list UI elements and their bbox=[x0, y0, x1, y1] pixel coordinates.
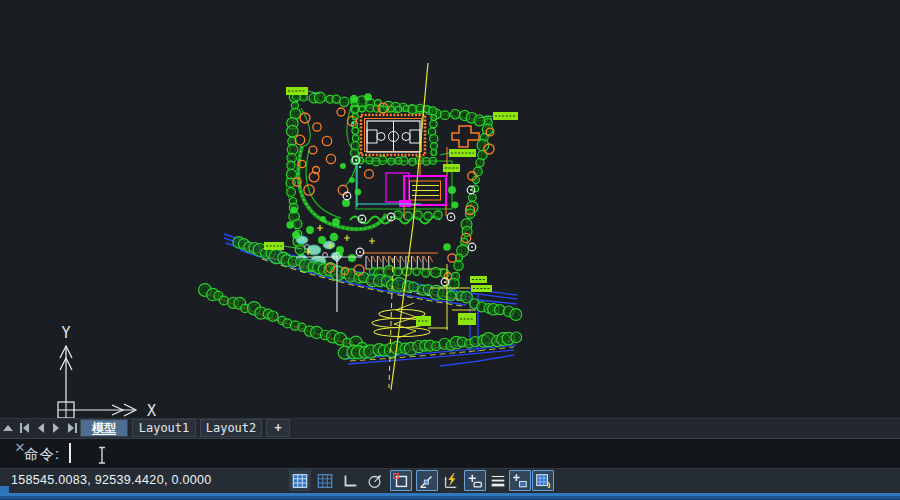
text-caret bbox=[69, 443, 71, 463]
cad-application-window: YX 模型 Layout1 Layout2 + ✕ 命令: 158545.008… bbox=[0, 0, 900, 500]
tab-last-icon[interactable] bbox=[65, 420, 79, 436]
ibeam-cursor-icon bbox=[97, 446, 107, 465]
coordinates-readout[interactable]: 158545.0083, 92539.4420, 0.0000 bbox=[11, 473, 211, 487]
window-bottom-edge bbox=[0, 493, 900, 500]
tab-next-icon[interactable] bbox=[49, 420, 63, 436]
polar-tracking-toggle-icon[interactable] bbox=[364, 470, 386, 491]
lineweight-toggle-icon[interactable] bbox=[487, 470, 509, 491]
ucs-x-label: X bbox=[147, 402, 156, 418]
ucs-y-label: Y bbox=[61, 324, 70, 342]
ucs-icon: YX bbox=[58, 324, 156, 418]
tab-layout1[interactable]: Layout1 bbox=[132, 419, 196, 437]
object-snap-toggle-icon[interactable] bbox=[390, 470, 412, 491]
clubhouse-building bbox=[452, 126, 479, 147]
quick-properties-toggle-icon[interactable] bbox=[509, 470, 531, 491]
tab-first-icon[interactable] bbox=[17, 420, 31, 436]
annotation-scale-toggle-icon[interactable] bbox=[532, 470, 554, 491]
basketball-court bbox=[350, 104, 437, 166]
tab-prev-icon[interactable] bbox=[33, 420, 47, 436]
object-snap-tracking-toggle-icon[interactable] bbox=[416, 470, 438, 491]
dynamic-prompts-toggle-icon[interactable] bbox=[464, 470, 486, 491]
tab-model[interactable]: 模型 bbox=[80, 419, 128, 437]
command-prompt-label: 命令: bbox=[24, 445, 60, 464]
street-trees bbox=[199, 237, 522, 360]
snap-toggle-icon[interactable] bbox=[289, 470, 311, 491]
tab-layout2[interactable]: Layout2 bbox=[200, 419, 262, 437]
ortho-toggle-icon[interactable] bbox=[339, 470, 361, 491]
dynamic-input-toggle-icon[interactable] bbox=[440, 470, 462, 491]
tab-menu-up-icon[interactable] bbox=[1, 420, 15, 436]
garden-paths bbox=[298, 103, 442, 229]
command-line-input[interactable] bbox=[0, 438, 900, 468]
add-layout-tab[interactable]: + bbox=[266, 419, 290, 437]
grid-toggle-icon[interactable] bbox=[314, 470, 336, 491]
drawing-canvas[interactable]: YX bbox=[0, 0, 900, 418]
